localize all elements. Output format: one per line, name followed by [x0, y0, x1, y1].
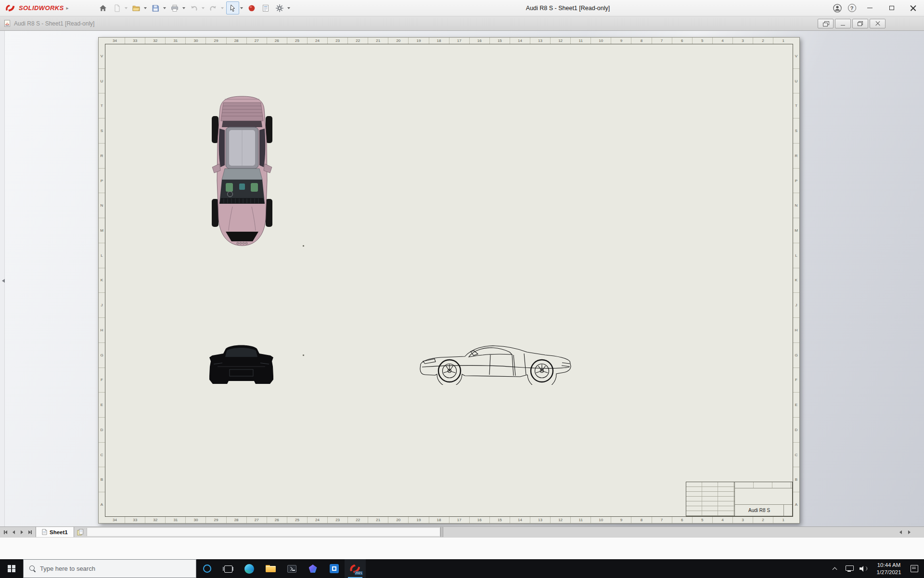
zone-label: F [99, 368, 105, 393]
clock-button[interactable]: 10:44 AM 1/27/2021 [871, 559, 907, 578]
open-button[interactable] [130, 1, 143, 14]
account-button[interactable] [830, 1, 845, 15]
print-button[interactable] [168, 1, 181, 14]
next-sheet-button[interactable] [18, 528, 26, 536]
open-dropdown[interactable] [143, 1, 148, 14]
maximize-button[interactable] [881, 0, 902, 16]
zone-label: 22 [347, 38, 368, 44]
redo-button[interactable] [207, 1, 220, 14]
task-view-button[interactable] [218, 559, 239, 578]
first-sheet-button[interactable] [2, 528, 9, 536]
undo-dropdown[interactable] [201, 1, 206, 14]
zone-label: 18 [429, 517, 449, 523]
brand-chevron-icon: ▸ [66, 5, 69, 11]
zone-label: 25 [287, 517, 307, 523]
red-sphere-icon [247, 4, 256, 13]
select-tool-dropdown[interactable] [239, 1, 244, 14]
zone-label: 8 [631, 517, 651, 523]
file-properties-button[interactable] [259, 1, 272, 14]
zone-label: 29 [205, 38, 226, 44]
redo-dropdown[interactable] [220, 1, 225, 14]
graphics-area[interactable]: 3433323130292827262524232221201918171615… [0, 31, 924, 526]
brand-name: SOLIDWORKS [19, 4, 64, 12]
close-document-button[interactable] [870, 19, 886, 28]
titlebar-controls: ? [830, 0, 924, 16]
undo-button[interactable] [188, 1, 201, 14]
taskbar-search[interactable] [23, 559, 196, 578]
panel-collapse-toggle[interactable] [0, 275, 6, 287]
system-tray: 10:44 AM 1/27/2021 [827, 559, 924, 578]
add-sheet-button[interactable] [74, 527, 87, 537]
close-button[interactable] [902, 0, 924, 16]
tile-windows-button[interactable] [818, 19, 834, 28]
new-document-button[interactable] [111, 1, 124, 14]
solidworks-logo[interactable]: SOLIDWORKS ▸ [0, 3, 74, 13]
zone-label: 27 [246, 517, 267, 523]
action-center-button[interactable] [907, 559, 922, 578]
scroll-right-button[interactable] [905, 527, 913, 537]
start-button[interactable] [0, 559, 23, 578]
volume-button[interactable] [856, 559, 871, 578]
hidden-icons-button[interactable] [827, 559, 842, 578]
cortana-button[interactable] [196, 559, 218, 578]
file-explorer-button[interactable] [260, 559, 281, 578]
zone-label: 12 [550, 517, 570, 523]
zone-label: 3 [732, 38, 753, 44]
minimize-button[interactable] [859, 0, 881, 16]
restore-document-icon [858, 21, 863, 26]
zone-label: 31 [165, 517, 185, 523]
zone-label: 33 [125, 38, 145, 44]
restore-document-button[interactable] [852, 19, 868, 28]
sheet-nav-buttons [0, 527, 36, 537]
tab-sheet1[interactable]: Sheet1 [36, 527, 74, 537]
save-dropdown[interactable] [162, 1, 167, 14]
zone-label: 34 [105, 38, 125, 44]
select-tool-button[interactable] [226, 1, 239, 14]
zone-label: 31 [165, 38, 185, 44]
options-button[interactable] [273, 1, 286, 14]
save-button[interactable] [149, 1, 162, 14]
drawing-view-front[interactable] [208, 342, 275, 385]
zone-label: K [99, 268, 105, 293]
rebuild-button[interactable] [245, 1, 258, 14]
drawing-view-side[interactable] [419, 342, 574, 385]
solidworks-taskbar-button[interactable]: 2021 [345, 559, 366, 578]
zone-label: B [793, 467, 799, 492]
edrawings-button[interactable] [302, 559, 323, 578]
scroll-left-button[interactable] [896, 527, 905, 537]
zone-label: L [99, 243, 105, 268]
add-sheet-icon [77, 529, 84, 536]
zone-label: V [793, 44, 799, 68]
home-button[interactable] [97, 1, 110, 14]
edge-button[interactable] [239, 559, 260, 578]
zone-label: 12 [550, 38, 570, 44]
drawing-view-top[interactable] [208, 95, 276, 247]
new-document-dropdown[interactable] [124, 1, 129, 14]
minimize-document-icon [841, 25, 845, 26]
print-dropdown[interactable] [181, 1, 187, 14]
help-button[interactable]: ? [845, 1, 859, 15]
tab-scroll-track[interactable] [87, 528, 440, 536]
options-dropdown[interactable] [286, 1, 292, 14]
solidworks-version-badge: 2021 [355, 571, 363, 575]
search-input[interactable] [40, 565, 175, 572]
last-sheet-button[interactable] [26, 528, 34, 536]
zone-label: 24 [307, 38, 327, 44]
zone-label: 2 [753, 38, 773, 44]
blue-app-button[interactable] [323, 559, 345, 578]
zone-label: 16 [469, 38, 489, 44]
drawing-sheet[interactable]: 3433323130292827262524232221201918171615… [98, 37, 800, 524]
zone-label: 30 [185, 38, 205, 44]
terminal-button[interactable] [281, 559, 302, 578]
zone-ruler-left: VUTSRPNMLKJHGFEDCBA [99, 44, 105, 517]
previous-sheet-button[interactable] [10, 528, 17, 536]
zone-label: T [793, 93, 799, 118]
network-button[interactable] [842, 559, 856, 578]
zone-label: 28 [226, 517, 246, 523]
network-monitor-icon [846, 565, 853, 572]
zone-label: 8 [631, 38, 651, 44]
minimize-document-button[interactable] [835, 19, 851, 28]
zone-label: 6 [672, 38, 692, 44]
zone-label: 1 [773, 38, 793, 44]
windows-taskbar: 2021 10:44 AM 1/27/2021 [0, 559, 924, 578]
